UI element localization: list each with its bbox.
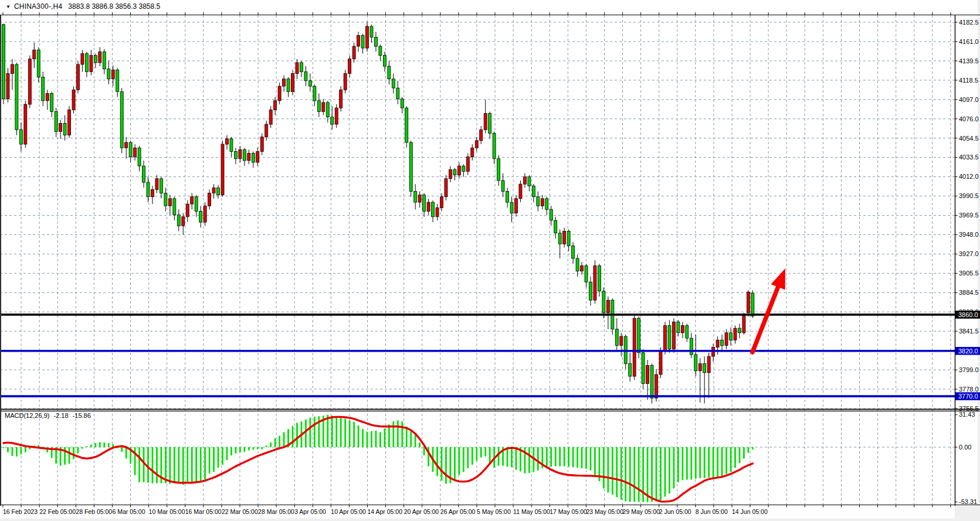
date-axis-label[interactable]: 3 Apr 05:00 bbox=[294, 508, 326, 515]
date-axis-label[interactable]: 5 May 05:00 bbox=[477, 508, 511, 515]
price-axis-label[interactable]: 4118.5 bbox=[959, 77, 978, 84]
macd-histogram-bar bbox=[191, 447, 193, 483]
macd-histogram-bar bbox=[467, 447, 469, 468]
candle-body bbox=[317, 101, 320, 112]
macd-histogram-bar bbox=[384, 428, 385, 447]
macd-histogram-bar bbox=[296, 423, 298, 447]
date-axis-label[interactable]: 23 May 05:00 bbox=[586, 508, 623, 515]
macd-axis-label[interactable]: 31.43 bbox=[959, 411, 975, 418]
candle-body bbox=[125, 142, 128, 148]
price-axis-label[interactable]: 4182.5 bbox=[959, 19, 979, 26]
macd-histogram-bar bbox=[458, 447, 460, 475]
macd-histogram-bar bbox=[331, 416, 333, 447]
candle-body bbox=[409, 142, 412, 192]
candle-body bbox=[432, 202, 435, 217]
macd-histogram-bar bbox=[463, 447, 464, 472]
macd-histogram-bar bbox=[279, 436, 280, 447]
price-axis-label[interactable]: 4012.0 bbox=[959, 173, 979, 180]
macd-axis-label[interactable]: 0.00 bbox=[959, 444, 971, 451]
macd-histogram-bar bbox=[90, 445, 92, 447]
price-axis-label[interactable]: 3799.0 bbox=[959, 366, 979, 373]
macd-histogram-bar bbox=[585, 447, 587, 469]
macd-histogram-bar bbox=[121, 447, 123, 452]
date-axis-label[interactable]: 8 Jun 05:00 bbox=[696, 508, 728, 515]
candle-body bbox=[550, 209, 552, 220]
price-axis-label[interactable]: 4139.5 bbox=[959, 57, 979, 64]
macd-histogram-bar bbox=[248, 447, 250, 450]
candle-body bbox=[694, 355, 697, 371]
symbol-dropdown-icon[interactable]: ▼ bbox=[6, 4, 11, 9]
date-axis-label[interactable]: 11 May 05:00 bbox=[513, 508, 550, 515]
macd-axis-label[interactable]: -53.31 bbox=[959, 498, 977, 505]
candle-body bbox=[335, 108, 338, 124]
macd-histogram-bar bbox=[314, 417, 316, 447]
date-axis-label[interactable]: 22 Mar 05:00 bbox=[222, 508, 258, 515]
candle-body bbox=[234, 151, 237, 158]
macd-histogram-bar bbox=[213, 447, 215, 472]
candle-body bbox=[462, 166, 465, 171]
date-axis-label[interactable]: 26 Apr 05:00 bbox=[440, 508, 476, 515]
chart-canvas[interactable]: 4182.54161.04139.54118.54097.04076.04054… bbox=[0, 0, 980, 521]
candle-body bbox=[283, 79, 286, 86]
candle-body bbox=[401, 99, 403, 108]
candle-body bbox=[489, 113, 491, 133]
candle-body bbox=[466, 157, 469, 172]
candle-body bbox=[698, 363, 701, 370]
candle-body bbox=[650, 366, 653, 399]
candle-body bbox=[414, 192, 417, 203]
candle-body bbox=[322, 103, 325, 111]
date-axis-label[interactable]: 20 Apr 05:00 bbox=[404, 508, 439, 515]
candle-body bbox=[243, 149, 246, 161]
price-axis-label[interactable]: 3884.5 bbox=[959, 289, 979, 296]
macd-histogram-bar bbox=[182, 447, 184, 485]
macd-histogram-bar bbox=[200, 447, 202, 481]
date-axis-label[interactable]: 10 Mar 05:00 bbox=[149, 508, 185, 515]
candle-body bbox=[296, 63, 299, 74]
macd-histogram-bar bbox=[230, 447, 232, 455]
macd-histogram-bar bbox=[7, 447, 9, 452]
price-axis-label[interactable]: 3905.5 bbox=[959, 270, 979, 277]
price-axis-label[interactable]: 3841.5 bbox=[959, 328, 979, 335]
candle-body bbox=[484, 113, 487, 130]
date-axis-label[interactable]: 17 May 05:00 bbox=[550, 508, 587, 515]
date-axis-label[interactable]: 28 Feb 05:00 bbox=[76, 508, 112, 515]
macd-histogram-bar bbox=[629, 447, 631, 502]
price-axis-label[interactable]: 3990.5 bbox=[959, 192, 979, 199]
date-axis-label[interactable]: 22 Feb 05:00 bbox=[39, 508, 76, 515]
date-axis-label[interactable]: 6 Mar 05:00 bbox=[112, 508, 145, 515]
candle-body bbox=[138, 148, 141, 166]
date-axis-label[interactable]: 14 Apr 05:00 bbox=[368, 508, 403, 515]
date-axis-label[interactable]: 29 May 05:00 bbox=[623, 508, 660, 515]
price-axis-label[interactable]: 4033.5 bbox=[959, 154, 979, 161]
candle-body bbox=[155, 179, 158, 190]
price-axis-label[interactable]: 4054.5 bbox=[959, 135, 979, 142]
macd-histogram-bar bbox=[752, 447, 754, 450]
date-axis-label[interactable]: 10 Apr 05:00 bbox=[331, 508, 366, 515]
macd-histogram-bar bbox=[480, 447, 482, 458]
price-axis-label[interactable]: 3927.0 bbox=[959, 250, 979, 257]
candle-body bbox=[352, 46, 355, 59]
macd-histogram-bar bbox=[713, 447, 714, 478]
candle-body bbox=[493, 134, 496, 159]
price-axis-label[interactable]: 3778.0 bbox=[959, 386, 979, 393]
candle-body bbox=[287, 79, 290, 92]
macd-histogram-bar bbox=[143, 447, 145, 482]
candle-body bbox=[436, 207, 439, 216]
macd-histogram-bar bbox=[550, 447, 552, 466]
date-axis-label[interactable]: 14 Jun 05:00 bbox=[732, 508, 768, 515]
date-axis-label[interactable]: 28 Mar 05:00 bbox=[258, 508, 294, 515]
candle-body bbox=[186, 204, 189, 217]
macd-histogram-bar bbox=[20, 447, 22, 454]
date-axis-label[interactable]: 16 Feb 2023 bbox=[3, 508, 38, 515]
price-axis-label[interactable]: 3969.5 bbox=[959, 212, 979, 219]
price-axis-label[interactable]: 4076.0 bbox=[959, 115, 979, 122]
macd-histogram-bar bbox=[401, 421, 403, 447]
price-axis-label[interactable]: 3948.0 bbox=[959, 231, 979, 238]
price-axis-label[interactable]: 4161.0 bbox=[959, 38, 979, 45]
macd-histogram-bar bbox=[651, 447, 653, 502]
date-axis-label[interactable]: 2 Jun 05:00 bbox=[659, 508, 691, 515]
price-axis-label[interactable]: 4097.0 bbox=[959, 96, 979, 103]
date-axis-label[interactable]: 16 Mar 05:00 bbox=[185, 508, 222, 515]
macd-histogram-bar bbox=[677, 447, 679, 482]
macd-histogram-bar bbox=[721, 447, 723, 476]
